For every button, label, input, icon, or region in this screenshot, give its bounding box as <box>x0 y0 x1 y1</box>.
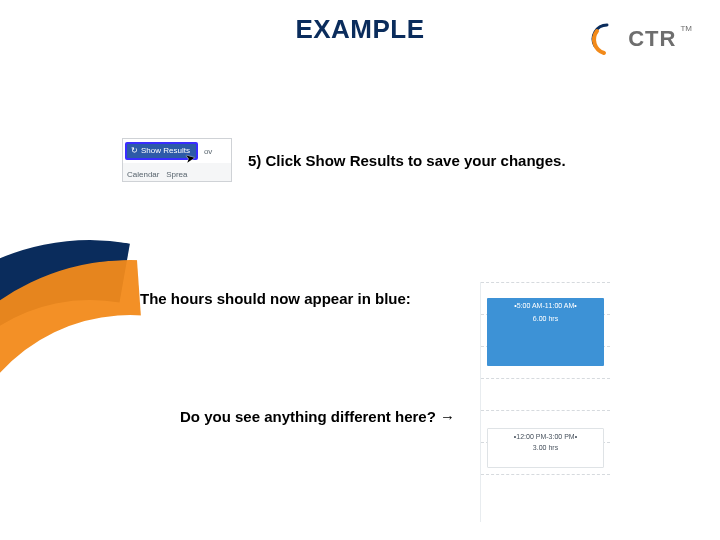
show-results-label: Show Results <box>141 142 190 160</box>
thumb-right-text: ov <box>204 147 212 156</box>
calendar-block-2-hours: 3.00 hrs <box>490 443 601 452</box>
ctr-logo-text: CTR <box>628 26 676 52</box>
hours-blue-text: The hours should now appear in blue: <box>140 290 411 307</box>
ctr-logo-tm: TM <box>680 24 692 33</box>
show-results-thumbnail: ↻ Show Results ov Calendar Sprea ➤ <box>122 138 232 182</box>
calendar-block-2: •12:00 PM-3:00 PM• 3.00 hrs <box>487 428 604 468</box>
thumb-bottom-text: Calendar Sprea <box>127 170 188 179</box>
calendar-block-1-hours: 6.00 hrs <box>489 314 602 323</box>
step-5-row: ↻ Show Results ov Calendar Sprea ➤ 5) Cl… <box>122 138 566 182</box>
calendar-block-1-time: •5:00 AM-11:00 AM• <box>489 301 602 310</box>
calendar-block-2-time: •12:00 PM-3:00 PM• <box>490 432 601 441</box>
calendar-block-1: •5:00 AM-11:00 AM• 6.00 hrs <box>487 298 604 366</box>
ctr-logo: CTR TM <box>590 22 692 56</box>
step-5-text: 5) Click Show Results to save your chang… <box>248 152 566 169</box>
calendar-preview: •5:00 AM-11:00 AM• 6.00 hrs •12:00 PM-3:… <box>480 282 610 522</box>
ctr-logo-mark <box>590 22 624 56</box>
reload-icon: ↻ <box>131 142 138 160</box>
slide-header: EXAMPLE CTR TM <box>0 14 720 45</box>
question-text: Do you see anything different here? → <box>180 408 455 425</box>
